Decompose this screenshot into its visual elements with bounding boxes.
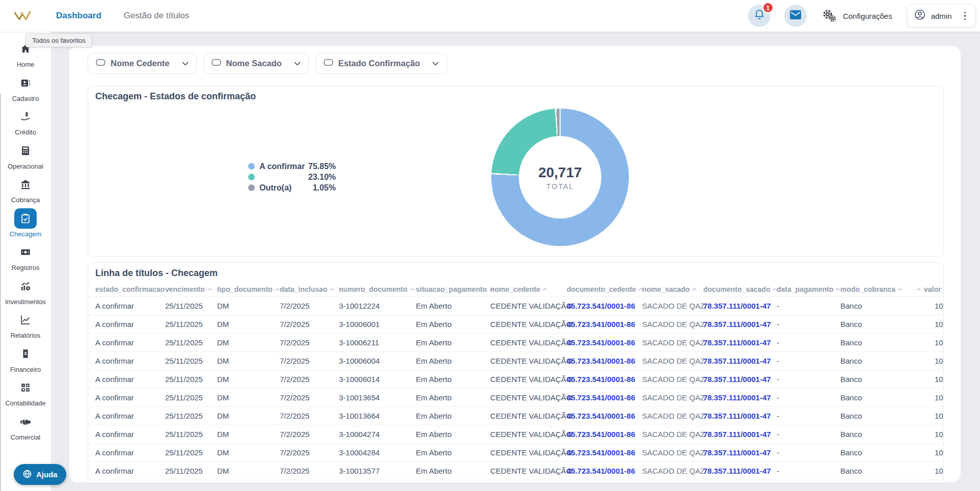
table-cell: A confirmar — [88, 370, 165, 388]
filter-dropdown[interactable]: Nome Cedente — [88, 53, 197, 74]
column-header-nome_sacado[interactable]: nome_sacado — [642, 281, 703, 296]
document-link[interactable]: 78.357.111/0001-47 — [703, 406, 777, 425]
document-link[interactable]: 45.723.541/0001-86 — [567, 443, 642, 461]
document-link[interactable]: 78.357.111/0001-47 — [703, 370, 777, 388]
help-button[interactable]: Ajuda — [14, 464, 66, 485]
nav-item[interactable]: Dashboard — [56, 11, 101, 21]
table-cell: SACADO DE QAZ — [642, 406, 703, 425]
column-header-estado_confirmacao[interactable]: estado_confirmacao — [88, 281, 165, 296]
document-link[interactable]: 45.723.541/0001-86 — [567, 351, 642, 370]
sidebar-item-cadastro[interactable]: Cadastro — [0, 73, 51, 107]
table-cell: 10 — [912, 370, 944, 388]
document-link[interactable]: 78.357.111/0001-47 — [703, 461, 777, 480]
table-cell: A confirmar — [88, 315, 165, 333]
column-header-nome_cedente[interactable]: nome_cedente — [490, 281, 567, 296]
table-cell: 25/11/2025 — [165, 333, 217, 351]
table-cell: 10 — [912, 406, 944, 425]
table-cell: 3-10004284 — [339, 443, 416, 461]
sidebar-item-credito[interactable]: Crédito — [0, 106, 51, 141]
table-cell: Banco — [840, 296, 912, 315]
table-cell: SACADO DE QAZ — [642, 315, 703, 333]
brand-logo-icon — [13, 9, 37, 22]
user-avatar-icon — [914, 9, 926, 23]
filter-dropdown[interactable]: Nome Sacado — [203, 53, 309, 74]
notifications-button[interactable]: 1 — [748, 5, 771, 27]
table-cell: DM — [217, 461, 280, 480]
contact-card-icon — [20, 73, 31, 93]
legend-item[interactable]: Outro(a)1.05% — [248, 182, 336, 193]
table-cell: 10 — [912, 425, 944, 443]
document-link[interactable]: 78.357.111/0001-47 — [703, 425, 777, 443]
column-header-data_pagamento[interactable]: data_pagamento — [777, 281, 840, 296]
hand-dollar-icon — [20, 106, 31, 127]
table-cell: 7/2/2025 — [280, 443, 339, 461]
user-menu[interactable]: admin — [908, 5, 975, 26]
sidebar-item-label: Registros — [12, 264, 40, 271]
messages-button[interactable] — [784, 5, 807, 27]
scrollbar-track[interactable] — [0, 94, 1, 491]
column-header-tipo_documento[interactable]: tipo_documento — [217, 281, 280, 296]
column-header-documento_cedente[interactable]: documento_cedente — [567, 281, 642, 296]
legend-item[interactable]: A confirmar75.85% — [248, 161, 336, 172]
document-link[interactable]: 78.357.111/0001-47 — [703, 333, 777, 351]
settings-label[interactable]: Configurações — [843, 12, 892, 20]
filter-dropdown[interactable]: Estado Confirmação — [315, 53, 447, 74]
document-link[interactable]: 78.357.111/0001-47 — [703, 296, 777, 315]
column-header-documento_sacado[interactable]: documento_sacado — [703, 281, 777, 296]
document-link[interactable]: 45.723.541/0001-86 — [567, 370, 642, 388]
sidebar-item-label: Relatórios — [11, 332, 41, 339]
table-cell: 7/2/2025 — [280, 461, 339, 480]
column-header-numero_documento[interactable]: numero_documento — [339, 281, 416, 296]
table-cell: 3-10013664 — [339, 406, 416, 425]
sidebar-item-comercial[interactable]: Comercial — [0, 412, 51, 446]
table-cell: Banco — [840, 443, 912, 461]
table-cell: 7/2/2025 — [280, 333, 339, 351]
document-link[interactable]: 78.357.111/0001-47 — [703, 315, 777, 333]
table-cell: - — [777, 461, 840, 480]
document-link[interactable]: 45.723.541/0001-86 — [567, 425, 642, 443]
legend-item[interactable]: 23.10% — [248, 172, 336, 182]
legend-label: Outro(a) — [259, 183, 306, 193]
sidebar-item-checagem[interactable]: Checagem — [0, 208, 51, 242]
legend-dot-icon — [248, 174, 255, 180]
document-link[interactable]: 45.723.541/0001-86 — [567, 388, 642, 406]
document-link[interactable]: 78.357.111/0001-47 — [703, 388, 777, 406]
sidebar-item-relatorios[interactable]: Relatórios — [0, 310, 51, 344]
column-header-valor_or[interactable]: valor_or — [912, 281, 944, 296]
table-cell: 25/11/2025 — [165, 406, 217, 425]
table-cell: CEDENTE VALIDAÇÃO — [490, 370, 567, 388]
column-header-situacao_pagamento[interactable]: situacao_pagamento — [416, 281, 490, 296]
document-link[interactable]: 78.357.111/0001-47 — [703, 443, 777, 461]
document-link[interactable]: 78.357.111/0001-47 — [703, 351, 777, 370]
table-cell: - — [777, 333, 840, 351]
sidebar-item-contabilidade[interactable]: Contabilidade — [0, 377, 51, 412]
sidebar-item-financeiro[interactable]: $Financeiro — [0, 344, 51, 378]
table-cell: 25/11/2025 — [165, 296, 217, 315]
sidebar-item-operacional[interactable]: Operacional — [0, 141, 51, 175]
document-link[interactable]: 45.723.541/0001-86 — [567, 333, 642, 351]
kebab-menu-icon[interactable] — [961, 10, 969, 22]
sidebar-item-registros[interactable]: Registros — [0, 242, 51, 276]
column-header-data_inclusao[interactable]: data_inclusao — [280, 281, 339, 296]
sidebar-item-cobranca[interactable]: Cobrança — [0, 174, 51, 208]
document-link[interactable]: 45.723.541/0001-86 — [567, 461, 642, 480]
settings-gears-icon[interactable] — [822, 9, 837, 23]
globe-icon — [22, 469, 32, 480]
column-header-modo_cobranca[interactable]: modo_cobranca — [840, 281, 912, 296]
document-link[interactable]: 45.723.541/0001-86 — [567, 296, 642, 315]
table-cell: A confirmar — [88, 425, 165, 443]
topbar: DashboardGestão de títulos 1 — [0, 0, 980, 32]
nav-item[interactable]: Gestão de títulos — [124, 11, 190, 21]
filter-label: Estado Confirmação — [338, 59, 420, 68]
table-cell: CEDENTE VALIDAÇÃO — [490, 425, 567, 443]
document-link[interactable]: 45.723.541/0001-86 — [567, 315, 642, 333]
table-cell: 3-10006004 — [339, 351, 416, 370]
document-link[interactable]: 45.723.541/0001-86 — [567, 406, 642, 425]
table-card: Linha de títulos - Checagem estado_confi… — [88, 262, 944, 482]
sidebar-item-investimentos[interactable]: $Investimentos — [0, 276, 51, 310]
column-header-vencimento[interactable]: vencimento — [165, 281, 217, 296]
sort-caret-icon — [898, 284, 903, 292]
table-cell: Em Aberto — [416, 461, 490, 480]
table-cell: SACADO DE QAZ — [642, 351, 703, 370]
table-cell: SACADO DE QAZ — [642, 443, 703, 461]
